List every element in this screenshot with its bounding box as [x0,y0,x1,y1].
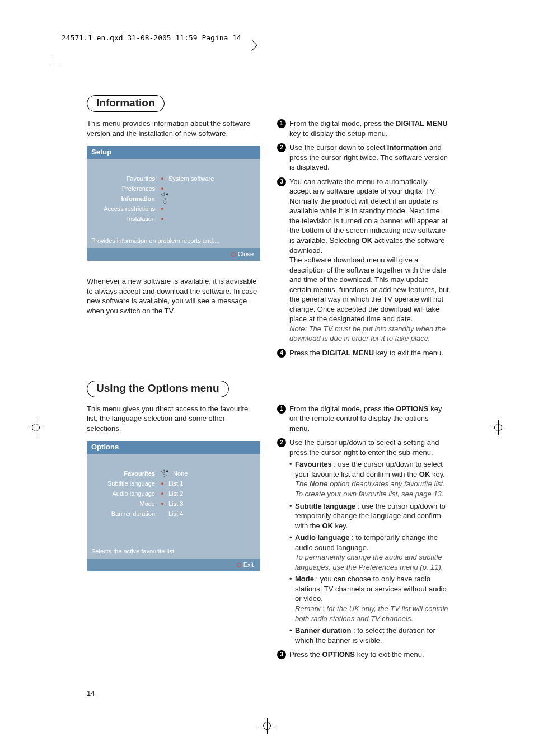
button-ring-icon [237,563,241,567]
bullet-icon: ● [160,176,165,181]
osd-exit-button[interactable]: Exit [87,559,260,571]
sub-bullet-audio: •Audio language : to temporarily change … [289,533,451,572]
sub-bullet-favourites: •Favourites : use the cursor up/down to … [289,459,451,499]
step-3: 3You can activate the menu to automatica… [277,177,451,344]
bullet-icon: ● [160,186,165,191]
sub-bullet-subtitle: •Subtitle language : use the cursor up/d… [289,501,451,531]
crop-mark-icon [45,56,60,72]
osd-title: Setup [87,146,260,159]
osd-row: Audio language●List 2 [91,489,256,499]
osd-hint: Provides information on problem reports … [87,235,260,248]
step-number-icon: 2 [277,143,286,152]
bullet-icon: ● [160,481,165,486]
section1-intro: This menu provides information about the… [87,119,260,138]
step-number-icon: 3 [277,177,286,186]
step-1: 1From the digital mode, press the DIGITA… [277,119,451,138]
section2-intro: This menu gives you direct access to the… [87,404,260,434]
osd-row-selected: Favourites◁ ● ▷None [91,468,256,478]
bullet-icon: ● [160,501,165,506]
sub-bullet-banner: •Banner duration : to select the duratio… [289,626,451,645]
step-2: 2 Use the cursor up/down to select a set… [277,438,451,645]
step-3: 3Press the OPTIONS key to exit the menu. [277,650,451,660]
prepress-header: 24571.1 en.qxd 31-08-2005 11:59 Pagina 1… [62,34,246,42]
osd-row: Access restrictions● [91,204,256,214]
sub-bullet-mode: •Mode : you can choose to only have radi… [289,574,451,623]
step-2: 2Use the cursor down to select Informati… [277,143,451,172]
button-ring-icon [231,252,236,257]
section-heading-information: Information [87,95,165,112]
osd-title: Options [87,441,260,454]
osd-setup-panel: Setup Favourites●System software Prefere… [87,146,260,261]
step-number-icon: 1 [277,405,286,414]
osd-row: Instalation● [91,214,256,224]
osd-row-selected: Information◁ ● ▷▽ [91,194,256,204]
step-number-icon: 2 [277,438,286,447]
osd-row: Mode●List 3 [91,499,256,509]
osd-row: Subtitle language●List 1 [91,478,256,489]
osd-close-button[interactable]: Close [87,248,260,261]
section-heading-options: Using the Options menu [87,381,229,397]
bullet-icon: ● [160,206,165,212]
osd-row: Favourites●System software [91,173,256,184]
nav-arrows-icon: ◁ ● ▷ [160,469,170,477]
registration-mark-icon [28,420,44,435]
registration-mark-icon [259,718,275,734]
osd-row: Banner duration●List 4 [91,509,256,519]
osd-options-panel: Options Favourites◁ ● ▷None Subtitle lan… [87,441,260,571]
registration-mark-icon [490,420,506,435]
step-4: 4 Press the DIGITAL MENU key to exit the… [277,348,451,358]
bullet-icon: ● [160,216,165,222]
osd-hint: Selects the active favourite list [87,546,260,559]
step-number-icon: 4 [277,349,286,358]
header-text: 24571.1 en.qxd 31-08-2005 11:59 Pagina 1… [62,34,241,42]
section1-left-note: Whenever a new software is available, it… [87,276,260,316]
nav-arrows-icon: ◁ ● ▷▽ [160,192,170,205]
bullet-icon: ● [160,491,165,496]
osd-row: Preferences● [91,184,256,194]
step-number-icon: 3 [277,650,286,659]
step-1: 1From the digital mode, press the OPTION… [277,404,451,434]
page-number: 14 [87,689,95,697]
step-number-icon: 1 [277,119,286,128]
